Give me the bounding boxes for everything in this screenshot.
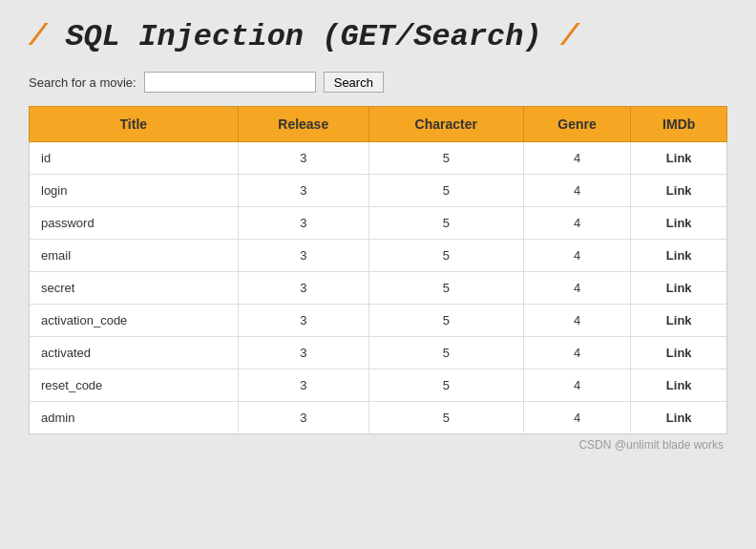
table-row: reset_code354Link [30,370,727,402]
search-button[interactable]: Search [324,72,384,93]
col-header-genre: Genre [523,107,631,142]
cell-title: login [30,175,239,207]
table-row: admin354Link [30,402,727,434]
cell-release: 3 [238,337,368,370]
cell-character: 5 [368,272,523,305]
col-header-imdb: IMDb [631,107,727,142]
cell-release: 3 [238,142,368,175]
col-header-character: Character [368,107,523,142]
cell-imdb[interactable]: Link [631,337,727,370]
results-table: Title Release Character Genre IMDb id354… [29,106,727,434]
cell-imdb[interactable]: Link [631,207,727,240]
cell-title: activation_code [30,305,239,337]
cell-title: secret [30,272,239,305]
cell-imdb[interactable]: Link [631,305,727,337]
col-header-title: Title [30,107,239,142]
col-header-release: Release [238,107,368,142]
cell-title: admin [30,402,239,434]
table-header-row: Title Release Character Genre IMDb [30,107,727,142]
cell-release: 3 [238,305,368,337]
cell-genre: 4 [523,207,631,240]
title-text: SQL Injection (GET/Search) [65,19,559,54]
search-area: Search for a movie: Search [29,72,727,93]
cell-character: 5 [368,175,523,207]
cell-imdb[interactable]: Link [631,240,727,272]
cell-character: 5 [368,240,523,272]
table-row: activated354Link [30,337,727,370]
title-slash-right: / [560,19,578,54]
table-row: secret354Link [30,272,727,305]
cell-character: 5 [368,370,523,402]
cell-release: 3 [238,207,368,240]
cell-title: reset_code [30,370,239,402]
cell-title: email [30,240,239,272]
cell-genre: 4 [523,175,631,207]
cell-release: 3 [238,240,368,272]
cell-imdb[interactable]: Link [631,402,727,434]
search-input[interactable] [144,72,316,93]
cell-release: 3 [238,175,368,207]
cell-character: 5 [368,337,523,370]
cell-genre: 4 [523,142,631,175]
cell-character: 5 [368,402,523,434]
table-row: login354Link [30,175,727,207]
cell-title: activated [30,337,239,370]
cell-imdb[interactable]: Link [631,175,727,207]
cell-character: 5 [368,305,523,337]
cell-genre: 4 [523,240,631,272]
title-slash-left: / [29,19,47,54]
cell-title: password [30,207,239,240]
cell-genre: 4 [523,337,631,370]
table-row: activation_code354Link [30,305,727,337]
cell-release: 3 [238,402,368,434]
table-row: email354Link [30,240,727,272]
table-row: password354Link [30,207,727,240]
cell-character: 5 [368,142,523,175]
page-title: / SQL Injection (GET/Search) / [29,19,727,54]
cell-imdb[interactable]: Link [631,142,727,175]
search-label: Search for a movie: [29,75,136,90]
cell-genre: 4 [523,272,631,305]
cell-release: 3 [238,370,368,402]
cell-genre: 4 [523,402,631,434]
table-row: id354Link [30,142,727,175]
watermark: CSDN @unlimit blade works [29,438,727,452]
cell-character: 5 [368,207,523,240]
cell-title: id [30,142,239,175]
cell-imdb[interactable]: Link [631,370,727,402]
cell-genre: 4 [523,370,631,402]
cell-genre: 4 [523,305,631,337]
cell-imdb[interactable]: Link [631,272,727,305]
cell-release: 3 [238,272,368,305]
